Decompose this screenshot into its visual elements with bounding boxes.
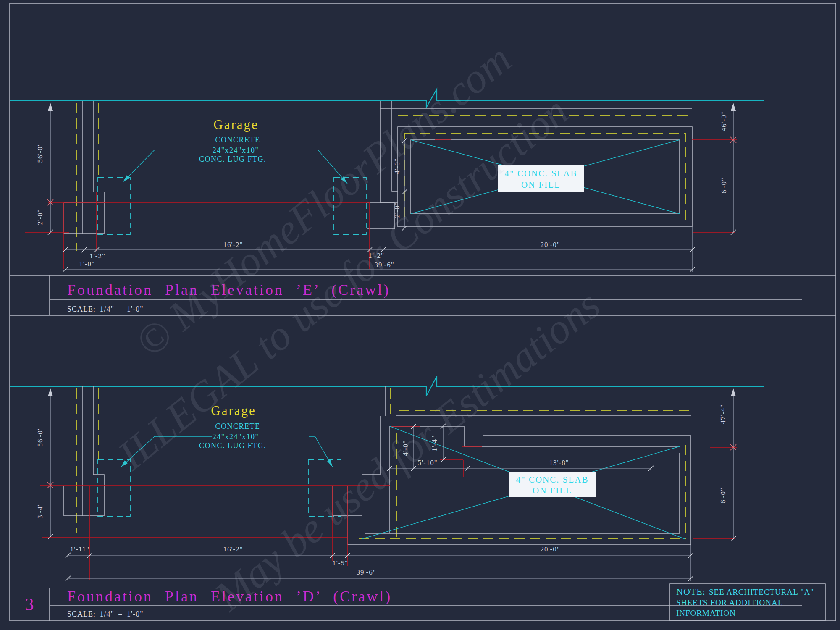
dim-slab-upper: 4'-0" <box>393 158 401 174</box>
dim-notch: 1'-4" <box>430 436 438 452</box>
dim-left-lower: 2'-0" <box>36 209 44 225</box>
dim-interior-b: 13'-8" <box>549 459 569 467</box>
drawing-title: Foundation Plan Elevation ’E’ (Crawl) <box>67 281 390 298</box>
dim-crawl-width: 20'-0" <box>540 545 560 553</box>
drawing-scale: SCALE: 1/4" = 1'-0" <box>67 610 144 618</box>
room-label: Garage <box>211 403 256 418</box>
garage-label: Garage <box>211 403 256 418</box>
dimensions: 56'-0" 3'-4" 4'-0" 1'-4" 47'-4" 6'-0" 5'… <box>36 388 736 581</box>
dim-right-total: 46'-0" <box>720 111 728 131</box>
drawing-scale: SCALE: 1/4" = 1'-0" <box>67 305 144 313</box>
grade-line <box>10 89 764 108</box>
leader-right <box>309 150 347 184</box>
dim-right-total: 47'-4" <box>719 404 727 424</box>
note-line3: INFORMATION <box>676 609 736 617</box>
dim-crawl-width: 20'-0" <box>540 241 560 249</box>
footing-note: CONCRETE 24"x24"x10" CONC. LUG FTG. <box>121 422 333 467</box>
dim-right-lower: 6'-0" <box>719 488 727 504</box>
dim-left-total: 56'-0" <box>36 143 44 163</box>
note-line1: SEE ARCHITECTURAL "A" <box>709 588 814 596</box>
dim-arrow-icon <box>48 103 53 111</box>
dim-ftg-left-b: 1'-2" <box>89 252 105 260</box>
dim-ticks <box>48 424 736 581</box>
leader-arrowhead-icon <box>121 460 128 467</box>
footing-note-line1: CONCRETE <box>215 136 260 144</box>
drawing-title: Foundation Plan Elevation ’D’ (Crawl) <box>67 588 392 605</box>
elevation-e-drawing: 4" CONC. SLAB ON FILL Garage CONCRETE 24… <box>10 89 764 272</box>
footing-note-line3: CONC. LUG FTG. <box>199 441 266 450</box>
footing-note-line1: CONCRETE <box>215 422 260 430</box>
reference-lines-red <box>25 140 737 269</box>
reference-lines-red <box>40 426 737 580</box>
wall-lines <box>64 386 691 545</box>
dim-slab-lower: 2'-0" <box>393 202 401 218</box>
dim-garage-width: 16'-2" <box>223 241 243 249</box>
footing-note-line2: 24"x24"x10" <box>213 146 259 155</box>
dim-ftg-left-a: 1'-0" <box>79 260 95 268</box>
grade-line <box>10 376 764 396</box>
slab-label: 4" CONC. SLAB ON FILL <box>498 165 584 192</box>
elevation-e-titlebar: Foundation Plan Elevation ’E’ (Crawl) SC… <box>10 275 836 315</box>
lug-footing-dashed-boxes <box>98 460 341 517</box>
dim-ftg-left: 1'-11" <box>70 545 90 553</box>
dim-right-lower: 6'-0" <box>720 178 728 194</box>
wall-lines <box>64 101 692 234</box>
footing-note-line3: CONC. LUG FTG. <box>199 155 266 163</box>
slab-label-line1: 4" CONC. SLAB <box>516 475 589 485</box>
room-label: Garage <box>213 117 259 132</box>
dim-slab-upper: 4'-0" <box>402 440 410 456</box>
slab-label-line2: ON FILL <box>521 180 561 190</box>
lug-footing-dashed-boxes <box>98 178 366 234</box>
drawing-sheet: 4" CONC. SLAB ON FILL Garage CONCRETE 24… <box>0 0 840 630</box>
dim-arrow-icon <box>731 388 736 396</box>
cad-canvas: 4" CONC. SLAB ON FILL Garage CONCRETE 24… <box>0 0 840 630</box>
dim-overall: 39'-6" <box>374 261 394 269</box>
note-line2: SHEETS FOR ADDITIONAL <box>676 598 783 607</box>
dim-garage-width: 16'-2" <box>223 545 243 553</box>
footing-note-line2: 24"x24"x10" <box>213 433 259 441</box>
dim-left-lower: 3'-4" <box>36 503 44 519</box>
garage-label: Garage <box>213 117 259 132</box>
leader-left <box>121 436 212 467</box>
note-box: NOTE: SEE ARCHITECTURAL "A" SHEETS FOR A… <box>670 584 825 621</box>
sheet-number: 3 <box>25 595 34 614</box>
slab-label: 4" CONC. SLAB ON FILL <box>509 472 596 497</box>
dim-ftg-mid: 1'-2" <box>368 252 384 260</box>
footing-dashed-lines <box>77 388 689 539</box>
note-prefix: NOTE: <box>676 586 706 597</box>
dim-arrow-icon <box>48 388 53 396</box>
elevation-d-drawing: 4" CONC. SLAB ON FILL Garage CONCRETE 24… <box>10 376 764 581</box>
dim-left-total: 56'-0" <box>36 427 44 446</box>
slab-label-line1: 4" CONC. SLAB <box>505 168 578 178</box>
dim-arrow-icon <box>731 103 736 111</box>
slab-label-line2: ON FILL <box>533 486 572 496</box>
dim-ftg-mid: 1'-5" <box>332 559 348 567</box>
dim-interior-a: 5'-10" <box>417 459 437 467</box>
dim-overall: 39'-6" <box>356 568 376 576</box>
footing-note: CONCRETE 24"x24"x10" CONC. LUG FTG. <box>123 136 347 184</box>
